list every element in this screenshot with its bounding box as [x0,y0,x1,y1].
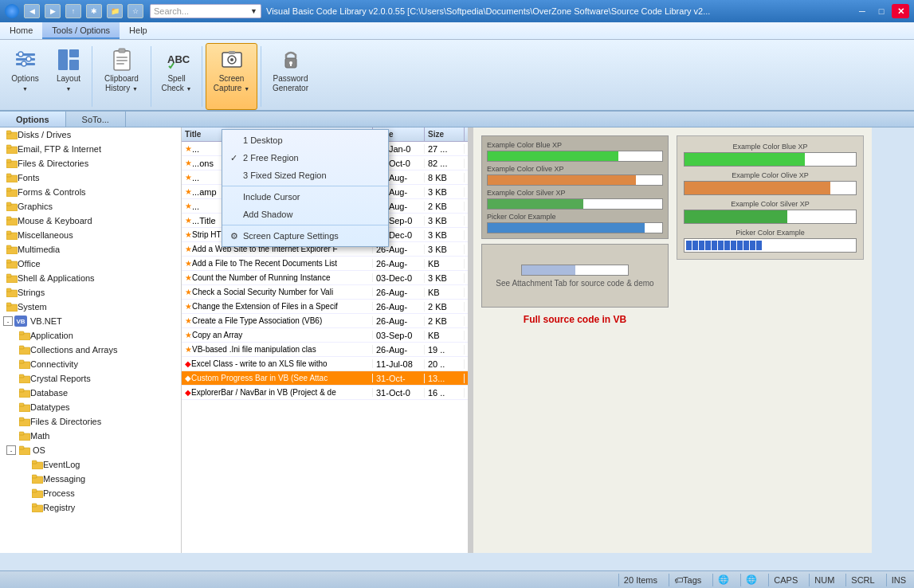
sidebar-item-office[interactable]: Office [0,257,181,271]
picker-demo-bar [521,265,629,276]
preview-panel: Example Color Blue XP Example Color Oliv… [473,127,872,553]
star-icon: ★ [185,273,192,282]
dropdown-fixed-region[interactable]: 3 Fixed Sized Region [222,167,388,184]
table-row[interactable]: ★Add a File to The Recent Documents List… [182,257,468,271]
os-expand[interactable]: - [6,445,16,455]
table-row[interactable]: ★VB-based .Ini file manipulation clas 26… [182,343,468,357]
tb-btn-3[interactable]: ↑ [65,4,81,18]
sidebar-item-crystal[interactable]: Crystal Reports [0,371,181,386]
sidebar-item-database[interactable]: Database [0,386,181,400]
status-scrl: SCRL [845,574,879,586]
screen-capture-ribbon-btn[interactable]: ScreenCapture ▼ [206,43,257,110]
dropdown-include-cursor[interactable]: Include Cursor [222,188,388,206]
sidebar-item-datatypes[interactable]: Datatypes [0,400,181,414]
search-box[interactable]: Search... ▼ [150,4,261,18]
star-icon: ★ [185,216,192,225]
table-row[interactable]: ★Copy an Array 03-Sep-0 KB [182,328,468,343]
menu-home[interactable]: Home [0,22,42,39]
options-tab[interactable]: Options [0,112,66,127]
star-icon: ★ [185,230,192,239]
vbnet-expand[interactable]: - [3,316,13,326]
sidebar-item-misc[interactable]: Miscellaneous [0,228,181,242]
preview-box-topleft: Example Color Blue XP Example Color Oliv… [481,135,669,239]
sidebar-item-shell[interactable]: Shell & Applications [0,271,181,285]
sidebar-item-math[interactable]: Math [0,429,181,443]
tb-btn-4[interactable]: ✱ [86,4,102,18]
sidebar-item-mouse[interactable]: Mouse & Keyboard [0,214,181,228]
olive-bar-fill [488,175,636,185]
password-icon [278,47,304,73]
olive-label-left: Example Color Olive XP [487,165,663,173]
svg-point-18 [230,58,233,61]
dropdown-add-shadow[interactable]: Add Shadow [222,206,388,223]
items-count: 20 Items [618,574,662,586]
right-silver-fill [685,210,787,223]
full-source-text: Full source code in VB [481,314,669,325]
table-row[interactable]: ★Check a Social Security Number for Vali… [182,285,468,300]
star-icon: ★ [185,187,192,196]
sidebar-item-connectivity[interactable]: Connectivity [0,357,181,371]
table-row[interactable]: ★Create a File Type Association (VB6) 26… [182,314,468,328]
table-row[interactable]: ★Count the Number of Running Instance 03… [182,271,468,285]
sidebar-item-forms[interactable]: Forms & Controls [0,185,181,199]
sidebar-item-files2[interactable]: Files & Directories [0,414,181,429]
tags-btn[interactable]: 🏷 Tags [669,574,706,586]
maximize-btn[interactable]: □ [873,4,890,18]
svg-rect-26 [6,145,11,148]
clipboard-ribbon-btn[interactable]: ClipboardHistory ▼ [96,43,147,110]
dropdown-free-region[interactable]: ✓ 2 Free Region [222,149,388,167]
sidebar-item-graphics[interactable]: Graphics [0,199,181,214]
diamond-icon: ◆ [185,359,191,368]
dropdown-settings[interactable]: ⚙ Screen Capture Settings [222,227,388,245]
table-row[interactable]: ◆Excel Class - write to an XLS file with… [182,357,468,371]
svg-rect-8 [69,60,79,70]
sidebar-item-collections[interactable]: Collections and Arrays [0,343,181,357]
svg-rect-50 [19,331,24,335]
dropdown-desktop[interactable]: 1 Desktop [222,131,388,149]
sidebar-item-application[interactable]: Application [0,328,181,343]
tb-btn-1[interactable]: ◀ [24,4,40,18]
window-controls: ─ □ ✕ [853,4,909,18]
sidebar-item-files[interactable]: Files & Directories [0,156,181,171]
sidebar-item-disks[interactable]: Disks / Drives [0,127,181,142]
svg-rect-28 [6,159,11,163]
tb-btn-star[interactable]: ☆ [127,4,143,18]
options-ribbon-btn[interactable]: Options▼ [3,43,47,110]
table-row[interactable]: ◆ExplorerBar / NavBar in VB (Project & d… [182,386,468,400]
spell-icon: ABC [164,47,190,73]
sidebar-item-multimedia[interactable]: Multimedia [0,242,181,257]
picker-bar-fill [488,223,645,233]
preview-content: Example Color Blue XP Example Color Oliv… [473,127,872,553]
clipboard-icon [109,47,135,73]
minimize-btn[interactable]: ─ [853,4,871,18]
table-row-selected[interactable]: ◆Custom Progress Bar in VB (See Attac 31… [182,371,468,386]
tb-btn-5[interactable]: 📁 [107,4,123,18]
spell-ribbon-btn[interactable]: ABC SpellCheck ▼ [155,43,198,110]
table-row[interactable]: ★Change the Extension of Files in a Spec… [182,300,468,314]
sidebar-item-eventlog[interactable]: EventLog [0,457,181,472]
sidebar-item-process[interactable]: Process [0,486,181,500]
picker-bar-container [487,222,663,233]
tools-tab[interactable]: SoTo... [66,112,126,127]
svg-rect-54 [19,360,24,363]
menu-help[interactable]: Help [120,22,157,39]
sidebar-item-email[interactable]: Email, FTP & Internet [0,142,181,156]
sidebar-item-system[interactable]: System [0,300,181,314]
sidebar-item-os[interactable]: - OS [0,443,181,457]
sidebar-item-strings[interactable]: Strings [0,285,181,300]
sidebar-item-fonts[interactable]: Fonts [0,171,181,185]
layout-ribbon-btn[interactable]: Layout▼ [49,43,88,110]
sidebar-item-registry[interactable]: Registry [0,500,181,515]
close-btn[interactable]: ✕ [892,4,909,18]
dropdown-sep-2 [222,225,388,225]
sidebar-item-messaging[interactable]: Messaging [0,472,181,486]
col-size[interactable]: Size [425,127,465,141]
tb-btn-2[interactable]: ▶ [45,4,61,18]
seg-4 [705,241,711,250]
search-dropdown[interactable]: ▼ [250,7,257,15]
menu-tools[interactable]: Tools / Options [42,22,120,39]
star-icon: ★ [185,316,192,325]
sidebar-item-vbnet[interactable]: - VB VB.NET [0,314,181,328]
password-ribbon-btn[interactable]: PasswordGenerator [265,43,316,110]
right-preview: Example Color Blue XP Example Color Oliv… [677,135,864,325]
